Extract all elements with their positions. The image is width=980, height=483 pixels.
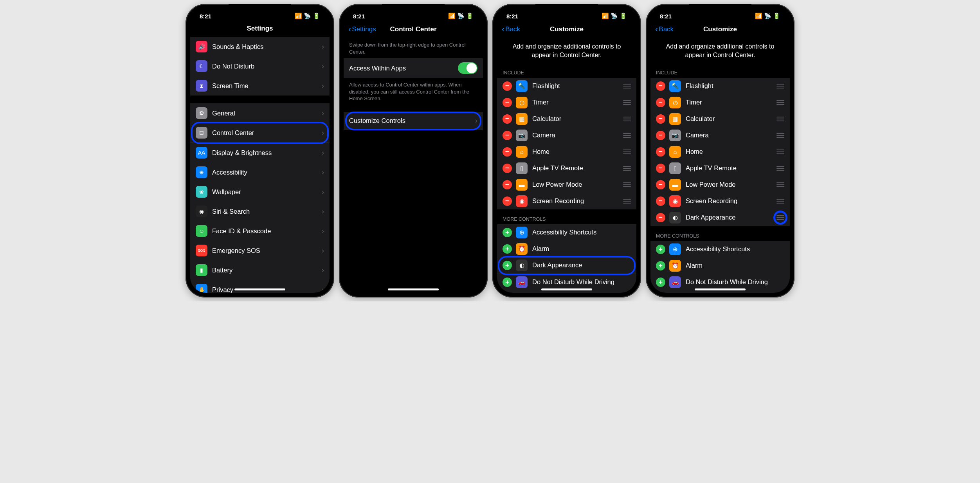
reorder-grip-icon[interactable]	[776, 84, 784, 88]
control-row[interactable]: − 📷 Camera	[650, 127, 790, 144]
control-label: Dark Appearance	[532, 261, 631, 269]
settings-row[interactable]: 🔊 Sounds & Haptics ›	[190, 37, 330, 56]
reorder-grip-icon[interactable]	[623, 100, 631, 105]
reorder-grip-icon[interactable]	[776, 215, 784, 220]
phone-4: 8:21 📶 📡 🔋 ‹ Back Customize Add and orga…	[646, 4, 794, 297]
reorder-grip-icon[interactable]	[776, 199, 784, 204]
control-icon: ⌂	[669, 146, 681, 158]
control-row[interactable]: − ▬ Low Power Mode	[650, 177, 790, 193]
reorder-grip-icon[interactable]	[776, 117, 784, 121]
add-button[interactable]: +	[503, 261, 512, 270]
remove-button[interactable]: −	[503, 180, 512, 189]
reorder-grip-icon[interactable]	[623, 182, 631, 187]
control-row[interactable]: − ▯ Apple TV Remote	[497, 160, 636, 177]
remove-button[interactable]: −	[656, 98, 665, 107]
reorder-grip-icon[interactable]	[776, 133, 784, 138]
reorder-grip-icon[interactable]	[623, 166, 631, 171]
add-button[interactable]: +	[656, 245, 665, 254]
settings-row[interactable]: ▮ Battery ›	[190, 260, 330, 280]
customize-list[interactable]: Add and organize additional controls to …	[650, 38, 790, 293]
remove-button[interactable]: −	[503, 147, 512, 157]
remove-button[interactable]: −	[656, 81, 665, 91]
settings-row[interactable]: ⧗ Screen Time ›	[190, 76, 330, 96]
back-button[interactable]: ‹ Back	[502, 24, 520, 34]
reorder-grip-icon[interactable]	[776, 182, 784, 187]
control-row[interactable]: − ⌂ Home	[650, 144, 790, 160]
remove-button[interactable]: −	[656, 196, 665, 206]
control-row[interactable]: − ◷ Timer	[650, 94, 790, 111]
remove-button[interactable]: −	[503, 81, 512, 91]
home-indicator[interactable]	[695, 288, 746, 290]
remove-button[interactable]: −	[656, 164, 665, 173]
remove-button[interactable]: −	[656, 131, 665, 140]
back-button[interactable]: ‹ Back	[655, 24, 674, 34]
access-toggle[interactable]	[458, 62, 477, 74]
control-row[interactable]: − 🔦 Flashlight	[497, 78, 636, 94]
reorder-grip-icon[interactable]	[623, 84, 631, 88]
control-row[interactable]: + ⏰ Alarm	[650, 258, 790, 274]
settings-row[interactable]: AA Display & Brightness ›	[190, 143, 330, 162]
wifi-icon: 📡	[457, 13, 465, 20]
home-indicator[interactable]	[541, 288, 592, 290]
customize-controls-row[interactable]: Customize Controls ›	[344, 112, 483, 130]
remove-button[interactable]: −	[656, 147, 665, 157]
settings-row[interactable]: ⊟ Control Center ›	[190, 123, 330, 143]
remove-button[interactable]: −	[503, 98, 512, 107]
settings-row[interactable]: ☺ Face ID & Passcode ›	[190, 221, 330, 241]
settings-list[interactable]: 🔊 Sounds & Haptics › ☾ Do Not Disturb › …	[190, 37, 330, 293]
settings-row[interactable]: ⚙ General ›	[190, 103, 330, 123]
control-row[interactable]: + ⊕ Accessibility Shortcuts	[497, 224, 636, 241]
access-within-apps-row[interactable]: Access Within Apps	[344, 58, 483, 78]
back-button[interactable]: ‹ Settings	[348, 24, 376, 34]
control-row[interactable]: + ◐ Dark Appearance	[497, 257, 636, 274]
home-indicator[interactable]	[234, 288, 285, 290]
control-row[interactable]: − ⌂ Home	[497, 144, 636, 160]
control-row[interactable]: − ▯ Apple TV Remote	[650, 160, 790, 177]
remove-button[interactable]: −	[503, 196, 512, 206]
wifi-icon: 📡	[304, 13, 311, 20]
settings-row[interactable]: SOS Emergency SOS ›	[190, 241, 330, 260]
add-button[interactable]: +	[656, 261, 665, 270]
remove-button[interactable]: −	[503, 114, 512, 124]
reorder-grip-icon[interactable]	[776, 150, 784, 154]
add-button[interactable]: +	[503, 278, 512, 287]
control-row[interactable]: − ◉ Screen Recording	[497, 193, 636, 209]
settings-row[interactable]: ✋ Privacy ›	[190, 280, 330, 293]
settings-row[interactable]: ☾ Do Not Disturb ›	[190, 56, 330, 76]
control-row[interactable]: + 🚗 Do Not Disturb While Driving	[497, 274, 636, 290]
control-row[interactable]: + ✉ Feedback Assistant	[650, 290, 790, 293]
reorder-grip-icon[interactable]	[623, 133, 631, 138]
control-row[interactable]: + ⊕ Accessibility Shortcuts	[650, 241, 790, 258]
customize-list[interactable]: Add and organize additional controls to …	[497, 38, 636, 293]
home-indicator[interactable]	[388, 288, 439, 290]
remove-button[interactable]: −	[656, 180, 665, 189]
add-button[interactable]: +	[656, 278, 665, 287]
control-row[interactable]: − 🔦 Flashlight	[650, 78, 790, 94]
control-row[interactable]: − ◉ Screen Recording	[650, 193, 790, 209]
reorder-grip-icon[interactable]	[623, 150, 631, 154]
settings-row[interactable]: ⊕ Accessibility ›	[190, 162, 330, 182]
settings-row[interactable]: ◉ Siri & Search ›	[190, 202, 330, 221]
reorder-grip-icon[interactable]	[776, 100, 784, 105]
control-row[interactable]: + 🚗 Do Not Disturb While Driving	[650, 274, 790, 290]
reorder-grip-icon[interactable]	[776, 166, 784, 171]
control-row[interactable]: + ✉ Feedback Assistant	[497, 290, 636, 293]
remove-button[interactable]: −	[656, 114, 665, 124]
remove-button[interactable]: −	[656, 213, 665, 222]
remove-button[interactable]: −	[503, 164, 512, 173]
control-row[interactable]: − ▦ Calculator	[497, 111, 636, 127]
control-row[interactable]: − ◷ Timer	[497, 94, 636, 111]
add-button[interactable]: +	[503, 244, 512, 254]
add-button[interactable]: +	[503, 228, 512, 237]
control-center-settings[interactable]: Swipe down from the top-right edge to op…	[344, 38, 483, 293]
control-row[interactable]: − ◐ Dark Appearance	[650, 209, 790, 226]
control-row[interactable]: − ▦ Calculator	[650, 111, 790, 127]
signal-icon: 📶	[295, 13, 302, 20]
control-row[interactable]: − 📷 Camera	[497, 127, 636, 144]
control-row[interactable]: − ▬ Low Power Mode	[497, 177, 636, 193]
control-row[interactable]: + ⏰ Alarm	[497, 241, 636, 257]
settings-row[interactable]: ❀ Wallpaper ›	[190, 182, 330, 202]
reorder-grip-icon[interactable]	[623, 199, 631, 204]
reorder-grip-icon[interactable]	[623, 117, 631, 121]
remove-button[interactable]: −	[503, 131, 512, 140]
